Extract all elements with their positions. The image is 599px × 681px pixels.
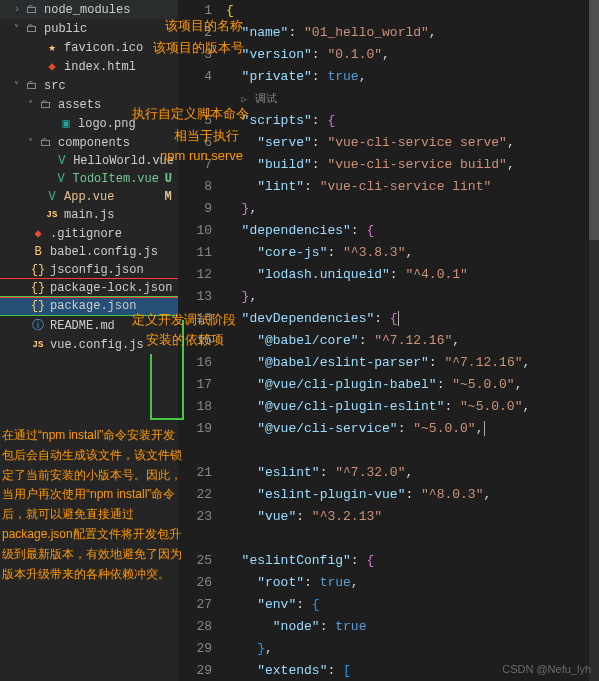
git-badge: M — [162, 190, 174, 204]
tree-item-components[interactable]: ˅🗀components — [0, 133, 178, 152]
code-line[interactable]: "node": true — [226, 616, 599, 638]
tree-item-label: .gitignore — [50, 227, 174, 241]
code-line[interactable]: "build": "vue-cli-service build", — [226, 154, 599, 176]
chevron-icon: › — [14, 4, 24, 15]
code-line[interactable]: "name": "01_hello_world", — [226, 22, 599, 44]
code-line[interactable] — [226, 528, 599, 550]
line-number: 1 — [178, 0, 212, 22]
code-line[interactable]: "eslint": "^7.32.0", — [226, 462, 599, 484]
annotation-locknote: 在通过“npm install”命令安装开发包后会自动生成该文件，该文件锁定了当… — [2, 426, 186, 584]
tree-item-src[interactable]: ˅🗀src — [0, 76, 178, 95]
line-number: 9 — [178, 198, 212, 220]
scrollbar-vertical[interactable] — [589, 0, 599, 681]
tree-item-label: package.json — [50, 299, 174, 313]
code-editor[interactable]: 1234567891011121314151617181921222325262… — [178, 0, 599, 681]
tree-item-label: package-lock.json — [50, 281, 174, 295]
tree-item-label: vue.config.js — [50, 338, 174, 352]
tree-item-label: index.html — [64, 60, 174, 74]
line-number: 3 — [178, 44, 212, 66]
line-number: 4 — [178, 66, 212, 88]
code-line[interactable]: "private": true, — [226, 66, 599, 88]
code-line[interactable]: "lint": "vue-cli-service lint" — [226, 176, 599, 198]
line-number: 28 — [178, 616, 212, 638]
code-line[interactable]: "eslintConfig": { — [226, 550, 599, 572]
line-number: 7 — [178, 154, 212, 176]
tree-item-readme-md[interactable]: ⓘREADME.md — [0, 315, 178, 336]
tree-item-main-js[interactable]: JSmain.js — [0, 206, 178, 224]
tree-item--gitignore[interactable]: ◆.gitignore — [0, 224, 178, 243]
chevron-icon: ˅ — [14, 23, 24, 35]
tree-item-babel-config-js[interactable]: Bbabel.config.js — [0, 243, 178, 261]
tree-item-helloworld-vue[interactable]: VHelloWorld.vue — [0, 152, 178, 170]
tree-item-package-json[interactable]: {}package.json — [0, 297, 178, 315]
line-number: 13 — [178, 286, 212, 308]
tree-item-index-html[interactable]: ◆index.html — [0, 57, 178, 76]
line-number: 8 — [178, 176, 212, 198]
tree-item-public[interactable]: ˅🗀public — [0, 19, 178, 38]
code-line[interactable]: }, — [226, 198, 599, 220]
code-line[interactable]: "scripts": { — [226, 110, 599, 132]
tree-item-label: public — [44, 22, 174, 36]
code-line[interactable]: "serve": "vue-cli-service serve", — [226, 132, 599, 154]
tree-item-vue-config-js[interactable]: JSvue.config.js — [0, 336, 178, 354]
code-line[interactable] — [226, 440, 599, 462]
line-number: 29 — [178, 660, 212, 681]
tree-item-label: HelloWorld.vue — [73, 154, 174, 168]
tree-item-label: main.js — [64, 208, 174, 222]
tree-item-label: babel.config.js — [50, 245, 174, 259]
code-line[interactable]: "env": { — [226, 594, 599, 616]
watermark: CSDN @Nefu_lyh — [502, 663, 591, 675]
code-line[interactable]: "eslint-plugin-vue": "^8.0.3", — [226, 484, 599, 506]
line-number: 10 — [178, 220, 212, 242]
chevron-icon: ˅ — [28, 137, 38, 149]
chevron-icon: ˅ — [14, 80, 24, 92]
line-number: 2 — [178, 22, 212, 44]
tree-item-package-lock-json[interactable]: {}package-lock.json — [0, 279, 178, 297]
code-line[interactable]: }, — [226, 638, 599, 660]
line-number: 12 — [178, 264, 212, 286]
tree-item-label: assets — [58, 98, 174, 112]
tree-item-node-modules[interactable]: ›🗀node_modules — [0, 0, 178, 19]
code-line[interactable]: "dependencies": { — [226, 220, 599, 242]
tree-item-label: components — [58, 136, 174, 150]
tree-item-label: logo.png — [78, 117, 174, 131]
code-line[interactable]: "@vue/cli-plugin-eslint": "~5.0.0", — [226, 396, 599, 418]
code-line[interactable]: "@babel/core": "^7.12.16", — [226, 330, 599, 352]
tree-item-favicon-ico[interactable]: ★favicon.ico — [0, 38, 178, 57]
code-line[interactable]: "vue": "^3.2.13" — [226, 506, 599, 528]
line-number: 29 — [178, 638, 212, 660]
tree-item-label: jsconfig.json — [50, 263, 174, 277]
code-line[interactable]: "@babel/eslint-parser": "^7.12.16", — [226, 352, 599, 374]
tree-item-label: node_modules — [44, 3, 174, 17]
code-line[interactable]: "lodash.uniqueid": "^4.0.1" — [226, 264, 599, 286]
code-line[interactable]: "version": "0.1.0", — [226, 44, 599, 66]
code-line[interactable]: "root": true, — [226, 572, 599, 594]
code-content[interactable]: { "name": "01_hello_world", "version": "… — [226, 0, 599, 681]
tree-item-app-vue[interactable]: VApp.vueM — [0, 188, 178, 206]
tree-item-logo-png[interactable]: ▣logo.png — [0, 114, 178, 133]
tree-item-label: favicon.ico — [64, 41, 174, 55]
tree-item-jsconfig-json[interactable]: {}jsconfig.json — [0, 261, 178, 279]
code-line[interactable]: }, — [226, 286, 599, 308]
line-number: 11 — [178, 242, 212, 264]
tree-item-label: TodoItem.vue — [73, 172, 159, 186]
chevron-icon: ˅ — [28, 99, 38, 111]
code-line[interactable]: "@vue/cli-plugin-babel": "~5.0.0", — [226, 374, 599, 396]
tree-item-label: README.md — [50, 319, 174, 333]
code-line[interactable]: { — [226, 0, 599, 22]
git-badge: U — [163, 172, 174, 186]
code-line[interactable]: ▷ 调试 — [226, 88, 599, 110]
tree-item-todoitem-vue[interactable]: VTodoItem.vueU — [0, 170, 178, 188]
line-number: 27 — [178, 594, 212, 616]
line-number: 5 — [178, 110, 212, 132]
code-line[interactable]: "core-js": "^3.8.3", — [226, 242, 599, 264]
code-line[interactable]: "devDependencies": { — [226, 308, 599, 330]
tree-item-assets[interactable]: ˅🗀assets — [0, 95, 178, 114]
scrollbar-thumb[interactable] — [589, 0, 599, 240]
line-number: 6 — [178, 132, 212, 154]
tree-item-label: src — [44, 79, 174, 93]
tree-item-label: App.vue — [64, 190, 158, 204]
code-line[interactable]: "@vue/cli-service": "~5.0.0", — [226, 418, 599, 440]
line-number — [178, 88, 212, 110]
